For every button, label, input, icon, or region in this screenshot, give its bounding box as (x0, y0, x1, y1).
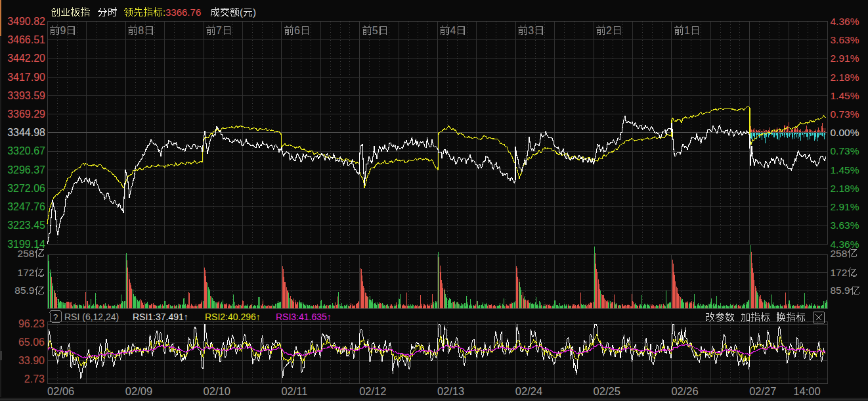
svg-text:258: 258 (18, 248, 35, 259)
svg-text:2: 2 (606, 25, 612, 36)
svg-text:(: ( (240, 7, 243, 18)
svg-text:258: 258 (831, 248, 848, 259)
svg-text:RSI2:40.296↑: RSI2:40.296↑ (205, 312, 261, 322)
svg-text:02/06: 02/06 (47, 385, 74, 397)
svg-text:1: 1 (684, 25, 690, 36)
svg-text:8: 8 (138, 25, 144, 36)
svg-text:2.73: 2.73 (24, 373, 45, 385)
svg-text:85.9: 85.9 (14, 285, 34, 296)
svg-text:02/27: 02/27 (749, 385, 776, 397)
svg-text:02/10: 02/10 (204, 385, 230, 397)
svg-text:3247.76: 3247.76 (7, 201, 45, 212)
svg-text:3: 3 (528, 25, 534, 36)
svg-text:): ) (253, 7, 256, 18)
svg-text:3490.82: 3490.82 (7, 16, 45, 27)
svg-text:?: ? (53, 312, 58, 322)
svg-text:3.63%: 3.63% (831, 34, 859, 45)
svg-text:3466.51: 3466.51 (7, 34, 45, 45)
svg-text:3272.06: 3272.06 (7, 183, 45, 194)
svg-text:1.45%: 1.45% (831, 90, 859, 101)
svg-text:85.9: 85.9 (831, 285, 850, 296)
svg-text:02/26: 02/26 (671, 385, 698, 397)
svg-text:0.73%: 0.73% (831, 145, 859, 156)
svg-text:1.45%: 1.45% (831, 164, 859, 176)
svg-text:2.91%: 2.91% (831, 53, 859, 64)
svg-text:4.36%: 4.36% (831, 16, 859, 27)
svg-text:RSI1:37.491↑: RSI1:37.491↑ (133, 312, 188, 322)
svg-text:2.18%: 2.18% (831, 183, 859, 194)
svg-text:3.63%: 3.63% (831, 220, 859, 231)
svg-text:3393.59: 3393.59 (7, 90, 45, 101)
svg-text:33.90: 33.90 (18, 355, 45, 366)
svg-text:3223.45: 3223.45 (7, 220, 45, 231)
svg-text:0.73%: 0.73% (831, 108, 859, 120)
svg-text:RSI (6,12,24): RSI (6,12,24) (64, 312, 119, 322)
svg-text:3417.90: 3417.90 (7, 72, 45, 83)
svg-text:14:00: 14:00 (793, 385, 820, 397)
svg-text:02/12: 02/12 (359, 385, 386, 397)
svg-text:3344.98: 3344.98 (7, 127, 45, 138)
svg-text:96.23: 96.23 (18, 318, 45, 329)
svg-text:3366.76: 3366.76 (165, 7, 201, 18)
svg-text:2.91%: 2.91% (831, 201, 859, 212)
svg-text:3320.67: 3320.67 (7, 145, 45, 156)
svg-text:7: 7 (216, 25, 222, 36)
svg-text:RSI3:41.635↑: RSI3:41.635↑ (276, 312, 332, 322)
svg-text:02/25: 02/25 (594, 385, 620, 397)
svg-text:02/13: 02/13 (437, 385, 464, 397)
svg-text:02/09: 02/09 (125, 385, 152, 397)
svg-text:172: 172 (18, 267, 35, 278)
svg-text:65.06: 65.06 (18, 337, 45, 348)
svg-text:172: 172 (831, 267, 848, 278)
svg-text:02/24: 02/24 (515, 385, 542, 397)
svg-text:2.18%: 2.18% (831, 72, 859, 83)
svg-text:02/11: 02/11 (281, 385, 307, 397)
svg-text:3369.29: 3369.29 (7, 108, 45, 120)
svg-text:9: 9 (60, 25, 66, 36)
svg-text:3296.37: 3296.37 (7, 164, 45, 176)
svg-text:0.00%: 0.00% (831, 127, 859, 138)
svg-text:5: 5 (372, 25, 378, 36)
svg-text:6: 6 (294, 25, 300, 36)
svg-text:3442.20: 3442.20 (7, 53, 45, 64)
svg-text:4: 4 (450, 25, 456, 36)
